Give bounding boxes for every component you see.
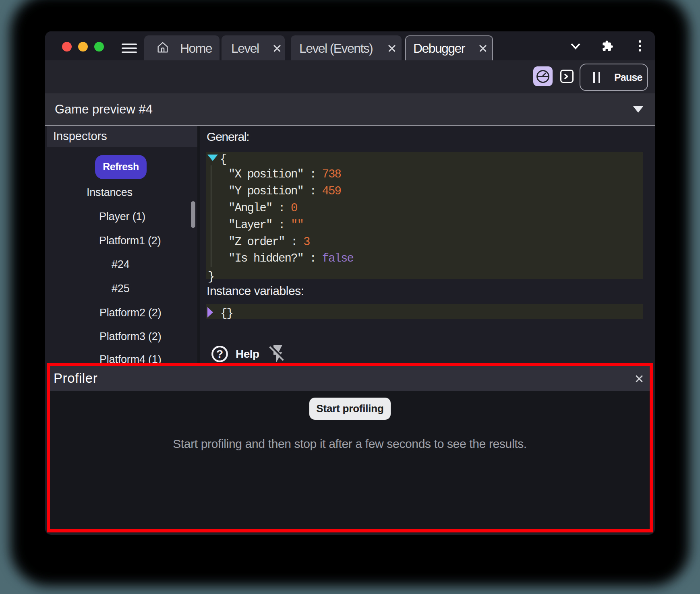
svg-text:?: ? bbox=[216, 348, 223, 360]
